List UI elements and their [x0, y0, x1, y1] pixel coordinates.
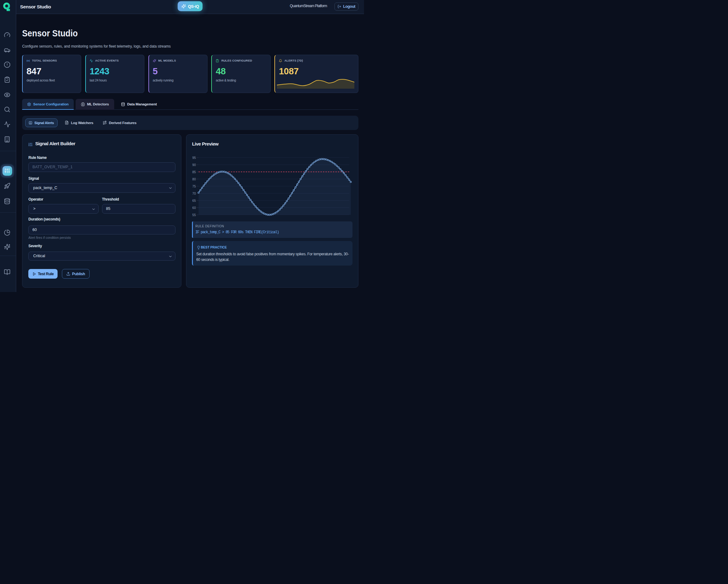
svg-text:60: 60 [192, 206, 196, 209]
svg-text:70: 70 [192, 191, 196, 195]
svg-text:55: 55 [192, 213, 196, 216]
svg-text:65: 65 [192, 198, 196, 202]
svg-text:90: 90 [192, 163, 196, 166]
svg-text:80: 80 [192, 177, 196, 181]
svg-text:85: 85 [192, 170, 196, 174]
svg-text:75: 75 [192, 184, 196, 188]
svg-text:95: 95 [192, 156, 196, 159]
